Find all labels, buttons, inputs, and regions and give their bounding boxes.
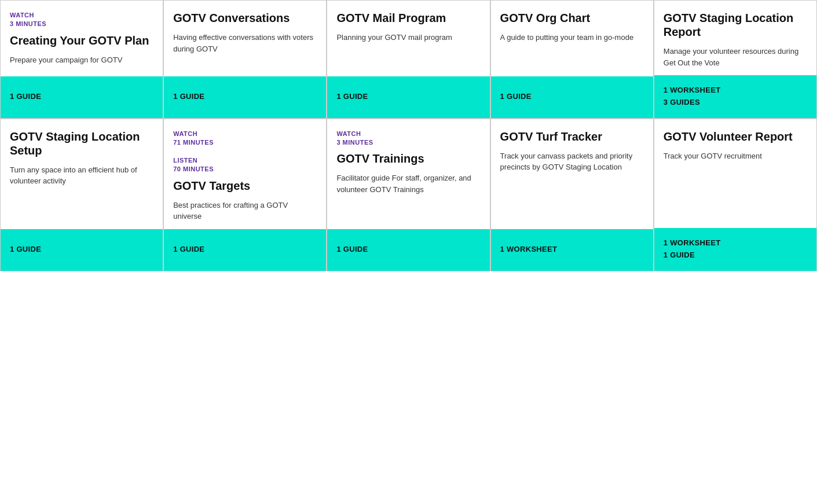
card-3-footer: 1 GUIDE (336, 91, 368, 103)
card-7[interactable]: WATCH71 MINUTESLISTEN70 MINUTESGOTV Targ… (163, 119, 327, 271)
card-8-footer: 1 GUIDE (336, 244, 368, 256)
card-7-description: Best practices for crafting a GOTV unive… (173, 200, 317, 222)
card-8-description: Facilitator guide For staff, organizer, … (336, 172, 480, 195)
card-5[interactable]: GOTV Staging Location ReportManage your … (654, 0, 817, 119)
card-8[interactable]: WATCH3 MINUTESGOTV TrainingsFacilitator … (327, 119, 490, 271)
card-10-footer: 1 WORKSHEET1 GUIDE (664, 237, 721, 262)
card-7-title: GOTV Targets (173, 179, 317, 193)
card-4-description: A guide to putting your team in go-mode (500, 32, 644, 43)
card-9-description: Track your canvass packets and priority … (500, 150, 644, 173)
card-grid: WATCH3 MINUTESCreating Your GOTV PlanPre… (0, 0, 817, 271)
card-10[interactable]: GOTV Volunteer ReportTrack your GOTV rec… (654, 119, 817, 271)
card-10-description: Track your GOTV recruitment (664, 150, 807, 162)
card-3-title: GOTV Mail Program (336, 11, 480, 25)
card-6-title: GOTV Staging Location Setup (10, 130, 153, 157)
card-9-footer: 1 WORKSHEET (500, 244, 558, 256)
card-1[interactable]: WATCH3 MINUTESCreating Your GOTV PlanPre… (0, 0, 163, 119)
card-4-title: GOTV Org Chart (500, 11, 644, 25)
card-6-description: Turn any space into an efficient hub of … (10, 164, 153, 187)
card-5-title: GOTV Staging Location Report (664, 11, 807, 39)
card-3[interactable]: GOTV Mail ProgramPlanning your GOTV mail… (327, 0, 490, 119)
card-8-title: GOTV Trainings (336, 152, 480, 165)
card-4-footer: 1 GUIDE (500, 91, 532, 103)
card-2-footer: 1 GUIDE (173, 91, 204, 103)
card-9-title: GOTV Turf Tracker (500, 130, 644, 144)
card-1-title: Creating Your GOTV Plan (10, 34, 153, 47)
card-4[interactable]: GOTV Org ChartA guide to putting your te… (490, 0, 654, 119)
card-5-footer: 1 WORKSHEET3 GUIDES (664, 84, 721, 109)
card-1-footer: 1 GUIDE (10, 91, 41, 103)
card-2-description: Having effective conversations with vote… (173, 32, 317, 54)
card-6-footer: 1 GUIDE (10, 244, 41, 256)
card-1-badge: WATCH3 MINUTES (10, 11, 153, 29)
card-10-title: GOTV Volunteer Report (664, 130, 807, 144)
card-6[interactable]: GOTV Staging Location SetupTurn any spac… (0, 119, 163, 271)
card-7-badge: WATCH71 MINUTESLISTEN70 MINUTES (173, 130, 317, 174)
card-9[interactable]: GOTV Turf TrackerTrack your canvass pack… (490, 119, 654, 271)
card-7-footer: 1 GUIDE (173, 244, 204, 256)
card-2[interactable]: GOTV ConversationsHaving effective conve… (163, 0, 327, 119)
card-5-description: Manage your volunteer resources during G… (664, 46, 807, 68)
card-3-description: Planning your GOTV mail program (336, 32, 480, 43)
card-1-description: Prepare your campaign for GOTV (10, 54, 153, 66)
card-2-title: GOTV Conversations (173, 11, 317, 25)
card-8-badge: WATCH3 MINUTES (336, 130, 480, 148)
